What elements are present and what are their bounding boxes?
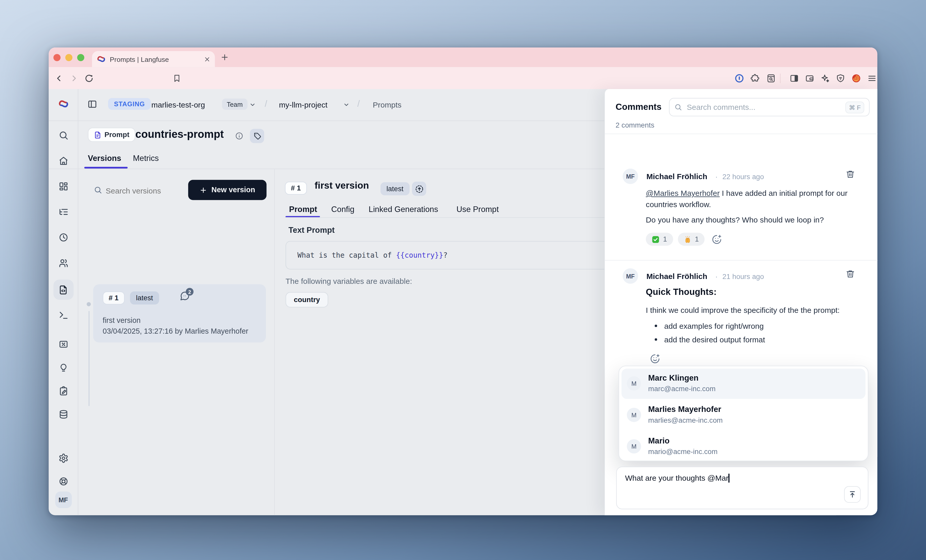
mention-email: marlies@acme-inc.com	[648, 416, 723, 424]
reaction-check[interactable]: 1	[646, 233, 673, 246]
detail-tab-linked-generations[interactable]: Linked Generations	[369, 205, 438, 214]
browser-toolbar: staging.langfuse.com/project/cm22fk0w700…	[49, 67, 878, 89]
wallet-icon[interactable]	[805, 73, 814, 83]
menu-icon[interactable]	[867, 73, 877, 83]
bookmark-icon[interactable]	[173, 74, 181, 83]
sidebar-item-settings[interactable]	[58, 453, 68, 463]
tag-icon	[253, 132, 261, 140]
sidebar-item-annotation[interactable]	[58, 386, 68, 396]
bullet-dot	[655, 325, 657, 327]
promote-version-button[interactable]	[412, 182, 426, 196]
delete-comment-icon[interactable]	[846, 170, 855, 179]
sidebar-item-users[interactable]	[58, 258, 68, 268]
comment-count-badge: 2	[186, 288, 194, 296]
back-button[interactable]	[54, 73, 64, 83]
user-avatar[interactable]: MF	[55, 492, 72, 508]
versions-pane: New version # 1 latest 2 first version 0…	[78, 169, 275, 515]
reader-search-icon[interactable]	[766, 73, 776, 83]
submit-comment-button[interactable]	[844, 486, 861, 503]
sidebar-item-dashboards[interactable]	[58, 182, 68, 191]
version-number-badge: # 1	[103, 292, 124, 305]
arrow-up-to-line-icon	[848, 490, 856, 498]
extensions-icon[interactable]	[750, 73, 760, 83]
langfuse-logo[interactable]	[58, 98, 68, 109]
browser-tab-bar: Prompts | Langfuse	[49, 47, 878, 67]
delete-comment-icon[interactable]	[846, 269, 855, 278]
reaction-raised-hands[interactable]: 1	[678, 233, 705, 246]
comments-divider-2	[605, 260, 878, 260]
section-title: Text Prompt	[289, 226, 335, 235]
sidebar-item-home[interactable]	[58, 156, 68, 166]
mention-option-mario[interactable]: M Mario mario@acme-inc.com	[622, 431, 866, 462]
detail-latest-badge: latest	[381, 182, 410, 195]
mention-link[interactable]: @Marlies Mayerhofer	[646, 189, 720, 198]
comments-title: Comments	[616, 101, 661, 111]
firefox-swirl-icon[interactable]	[851, 73, 861, 83]
detail-title: first version	[315, 180, 369, 191]
mention-dropdown: M Marc Klingen marc@acme-inc.com M Marli…	[619, 366, 869, 461]
active-tab-underline	[84, 167, 127, 168]
forward-button[interactable]	[70, 73, 79, 83]
versions-search-icon	[94, 186, 102, 194]
tab-versions[interactable]: Versions	[88, 154, 121, 163]
versions-search-input[interactable]	[104, 182, 184, 200]
comments-search[interactable]: ⌘ F	[669, 98, 870, 117]
prompt-type-badge: Prompt	[88, 127, 135, 142]
detail-tab-prompt[interactable]: Prompt	[289, 205, 317, 214]
comment-author: Michael Fröhlich	[646, 272, 707, 281]
comment-avatar: MF	[623, 169, 638, 184]
detail-tab-config[interactable]: Config	[331, 205, 354, 214]
mention-option-marc[interactable]: M Marc Klingen marc@acme-inc.com	[622, 369, 866, 399]
sidebar-item-scores[interactable]	[58, 339, 68, 349]
sidebar-item-evaluation[interactable]	[58, 363, 68, 373]
breadcrumb-slash: /	[265, 98, 268, 109]
sidebar-item-tracing[interactable]	[58, 207, 68, 217]
breadcrumb-org[interactable]: marlies-test-org	[151, 100, 205, 109]
vpn-shield-icon[interactable]	[836, 73, 845, 83]
detail-tab-use-prompt[interactable]: Use Prompt	[457, 205, 499, 214]
sidebar-item-sessions[interactable]	[58, 232, 68, 242]
comment-bubble-icon[interactable]: 2	[180, 291, 190, 301]
traffic-light-zoom[interactable]	[77, 54, 85, 61]
sidebar-item-prompts[interactable]	[53, 280, 73, 300]
browser-tab[interactable]: Prompts | Langfuse	[92, 51, 215, 67]
add-reaction-icon[interactable]	[712, 234, 722, 244]
panel-toggle-icon[interactable]	[87, 99, 97, 109]
tab-close-icon[interactable]	[204, 56, 210, 62]
mention-name: Marc Klingen	[648, 374, 699, 382]
password-manager-icon[interactable]	[734, 73, 744, 83]
mention-email: marc@acme-inc.com	[648, 385, 716, 393]
sidebar-item-support[interactable]	[58, 476, 68, 486]
version-card[interactable]: # 1 latest 2 first version 03/04/2025, 1…	[93, 285, 266, 343]
browser-window: Prompts | Langfuse	[49, 47, 878, 515]
org-chevron-down-icon[interactable]	[249, 101, 256, 108]
tab-title: Prompts | Langfuse	[110, 55, 200, 63]
traffic-light-close[interactable]	[53, 54, 61, 61]
tag-button[interactable]	[250, 129, 264, 143]
variable-chip[interactable]: country	[285, 292, 328, 307]
detail-version-badge: # 1	[285, 182, 307, 195]
new-tab-button[interactable]	[221, 53, 228, 61]
comment-body: I think we could improve the specificity…	[646, 304, 859, 316]
langfuse-app: MF STAGING marlies-test-org Team / my-ll…	[49, 89, 878, 515]
comment-input[interactable]: What are your thoughts @Mar	[616, 466, 869, 509]
leo-ai-icon[interactable]	[820, 73, 830, 83]
bullet-item: add examples for right/wrong	[664, 321, 764, 332]
comments-search-input[interactable]	[685, 102, 842, 112]
sidebar-item-datasets[interactable]	[58, 409, 68, 419]
sidebar-item-search[interactable]	[58, 130, 68, 141]
sidebar-item-playground[interactable]	[58, 310, 68, 320]
tab-metrics[interactable]: Metrics	[133, 154, 159, 163]
new-version-button[interactable]: New version	[188, 180, 266, 200]
breadcrumb-project[interactable]: my-llm-project	[279, 100, 327, 109]
mention-option-marlies[interactable]: M Marlies Mayerhofer marlies@acme-inc.co…	[622, 400, 866, 430]
add-reaction-icon[interactable]	[650, 354, 660, 364]
reaction-count: 1	[663, 235, 667, 243]
toolbar-divider	[780, 73, 781, 83]
project-chevron-down-icon[interactable]	[343, 101, 350, 108]
traffic-light-minimize[interactable]	[65, 54, 73, 61]
new-version-label: New version	[212, 186, 255, 194]
reload-button[interactable]	[84, 73, 94, 83]
info-icon[interactable]	[235, 132, 243, 140]
sidebar-toggle-icon[interactable]	[790, 73, 799, 83]
